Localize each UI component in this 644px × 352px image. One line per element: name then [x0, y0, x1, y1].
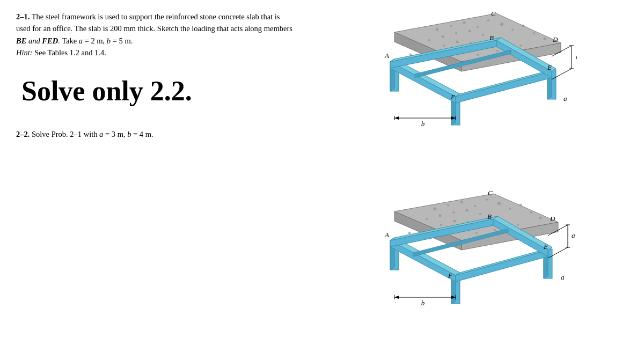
label-E-top: E [547, 63, 552, 71]
svg-point-78 [426, 218, 428, 220]
svg-point-75 [519, 204, 522, 207]
svg-point-26 [496, 50, 499, 52]
svg-point-3 [463, 21, 466, 24]
svg-point-10 [544, 38, 546, 40]
svg-point-76 [530, 211, 532, 214]
diagram-2-2: b a A C B D E F a [346, 191, 577, 336]
svg-text:a: a [572, 231, 575, 239]
svg-point-9 [533, 32, 535, 34]
svg-text:D: D [550, 215, 555, 223]
svg-marker-114 [456, 250, 548, 282]
label-A-top: A [384, 52, 389, 60]
svg-point-81 [466, 209, 469, 212]
svg-point-68 [434, 208, 436, 210]
svg-point-22 [443, 45, 445, 47]
problem-2-2-number: 2–2. [16, 130, 30, 138]
svg-point-69 [447, 204, 449, 206]
problem-2-2-body: Solve Prob. 2–1 with a = 3 m, b = 4 m. [32, 130, 153, 138]
svg-point-93 [494, 229, 496, 231]
svg-point-85 [517, 224, 519, 226]
svg-text:F: F [448, 272, 453, 280]
svg-point-15 [482, 34, 484, 36]
svg-point-80 [452, 211, 455, 214]
problem-2-1-text: 2–1. The steel framework is used to supp… [16, 11, 295, 59]
svg-text:A: A [384, 231, 389, 239]
label-C-top: C [491, 11, 496, 18]
svg-point-34 [477, 54, 479, 56]
diagram-2-1: b a A C B D E F a [346, 11, 577, 161]
svg-marker-115 [456, 247, 552, 275]
svg-text:E: E [543, 243, 548, 251]
svg-point-71 [474, 205, 476, 207]
svg-point-73 [497, 202, 501, 205]
svg-point-89 [440, 224, 442, 226]
problem-2-1-line1: The steel framework is used to support t… [16, 12, 292, 57]
svg-text:a: a [564, 94, 567, 102]
svg-text:b: b [421, 120, 425, 128]
problem-2-2-text: 2–2. Solve Prob. 2–1 with a = 3 m, b = 4… [16, 128, 295, 140]
svg-point-2 [450, 25, 452, 27]
svg-point-14 [469, 30, 471, 33]
problem-2-1-number: 2–1. [16, 12, 30, 21]
svg-point-101 [475, 232, 478, 234]
svg-marker-59 [394, 116, 399, 120]
svg-point-77 [539, 217, 542, 219]
svg-marker-125 [394, 296, 399, 299]
svg-text:a: a [576, 53, 577, 61]
svg-marker-47 [456, 71, 552, 103]
svg-marker-48 [456, 69, 556, 97]
svg-point-74 [509, 208, 511, 210]
svg-text:C: C [488, 191, 493, 197]
svg-text:B: B [487, 212, 492, 221]
member-fed: FED [42, 36, 58, 45]
label-D-top: D [552, 35, 558, 43]
svg-point-1 [436, 28, 439, 31]
svg-point-79 [439, 215, 442, 217]
svg-point-13 [455, 32, 457, 34]
svg-text:a: a [561, 273, 565, 281]
svg-point-70 [460, 201, 463, 203]
svg-point-90 [453, 220, 456, 223]
svg-point-4 [477, 26, 479, 28]
member-be: BE [16, 36, 26, 45]
svg-point-7 [511, 28, 514, 31]
svg-point-6 [500, 23, 503, 26]
svg-point-96 [408, 232, 411, 234]
svg-point-18 [519, 45, 522, 47]
hint-label: Hint: [16, 48, 33, 57]
svg-point-5 [487, 19, 489, 21]
solve-only-text: Solve only 2.2. [21, 75, 295, 107]
svg-point-82 [479, 213, 481, 215]
svg-point-8 [522, 25, 525, 27]
svg-point-12 [442, 35, 444, 38]
svg-text:b: b [421, 299, 425, 307]
svg-point-11 [428, 39, 430, 41]
svg-point-23 [456, 41, 459, 43]
svg-point-72 [486, 199, 488, 201]
label-F-top: F [450, 93, 456, 101]
label-B-top: B [489, 34, 494, 42]
